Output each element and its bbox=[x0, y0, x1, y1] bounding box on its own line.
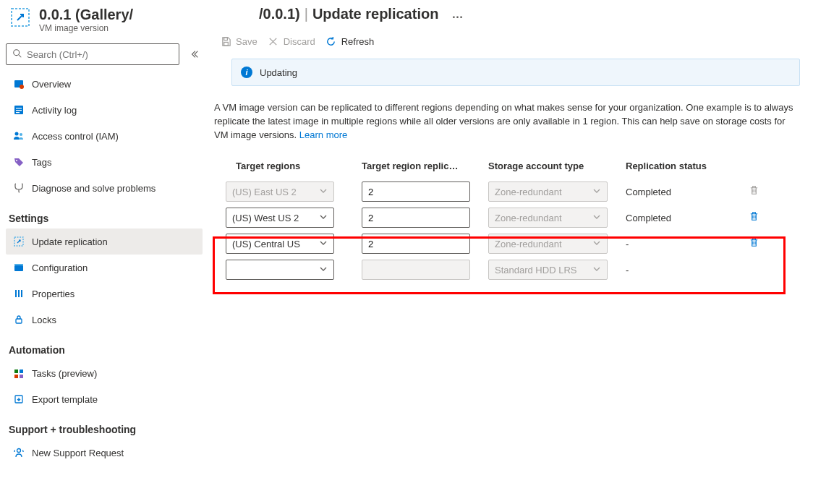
automation-section-title: Automation bbox=[6, 333, 203, 360]
region-select[interactable]: (US) Central US bbox=[226, 234, 334, 254]
nav-new-support-request[interactable]: New Support Request bbox=[6, 440, 203, 466]
nav-label: Overview bbox=[32, 79, 71, 90]
col-regions: Target regions bbox=[220, 155, 357, 179]
svg-rect-21 bbox=[14, 375, 18, 378]
activity-log-icon bbox=[13, 104, 25, 116]
discard-label: Discard bbox=[284, 36, 315, 47]
nav-label: Configuration bbox=[32, 262, 88, 273]
nav-tags[interactable]: Tags bbox=[6, 149, 203, 175]
col-status: Replication status bbox=[621, 155, 744, 179]
chevron-down-icon bbox=[319, 265, 328, 276]
tags-icon bbox=[13, 156, 25, 168]
delete-button[interactable] bbox=[749, 211, 759, 224]
nav-label: Activity log bbox=[32, 105, 77, 116]
nav-locks[interactable]: Locks bbox=[6, 307, 203, 333]
search-input[interactable] bbox=[27, 49, 173, 60]
storage-select[interactable]: Zone-redundant bbox=[488, 234, 608, 254]
notification-text: Updating bbox=[260, 67, 297, 78]
nav-export-template[interactable]: Export template bbox=[6, 386, 203, 412]
svg-point-24 bbox=[17, 449, 21, 453]
main-content: /0.0.1) | Update replication … Save Disc… bbox=[208, 0, 813, 504]
svg-rect-18 bbox=[16, 319, 22, 323]
discard-icon bbox=[268, 35, 279, 47]
search-icon bbox=[12, 48, 22, 61]
delete-button[interactable] bbox=[749, 237, 759, 250]
region-select[interactable]: (US) West US 2 bbox=[226, 208, 334, 228]
diagnose-icon bbox=[13, 182, 25, 194]
svg-rect-17 bbox=[21, 290, 22, 297]
svg-rect-19 bbox=[14, 370, 18, 373]
svg-rect-22 bbox=[20, 375, 23, 378]
col-actions bbox=[744, 155, 780, 179]
learn-more-link[interactable]: Learn more bbox=[299, 129, 347, 140]
chevron-down-icon bbox=[592, 187, 601, 197]
nav-overview[interactable]: Overview bbox=[6, 71, 203, 97]
storage-select[interactable]: Zone-redundant bbox=[488, 181, 608, 202]
resource-header: 0.0.1 (Gallery/ VM image version bbox=[6, 3, 203, 43]
vm-image-version-icon bbox=[9, 6, 32, 29]
properties-icon bbox=[13, 288, 25, 299]
more-actions-button[interactable]: … bbox=[443, 8, 464, 21]
configuration-icon bbox=[13, 262, 25, 273]
svg-point-10 bbox=[20, 133, 22, 136]
status-text: - bbox=[626, 265, 629, 276]
collapse-sidebar-button[interactable] bbox=[187, 46, 203, 62]
replicas-input[interactable] bbox=[362, 234, 470, 254]
storage-select[interactable]: Zone-redundant bbox=[488, 208, 608, 228]
svg-rect-16 bbox=[18, 290, 20, 297]
replicas-input bbox=[362, 260, 470, 280]
replicas-input[interactable] bbox=[362, 208, 470, 228]
chevron-down-icon bbox=[319, 213, 328, 223]
nav-activity-log[interactable]: Activity log bbox=[6, 97, 203, 123]
nav-properties[interactable]: Properties bbox=[6, 281, 203, 307]
status-text: Completed bbox=[626, 187, 671, 197]
breadcrumb-suffix: Update replication bbox=[312, 6, 438, 22]
toolbar: Save Discard Refresh bbox=[214, 35, 800, 59]
storage-select[interactable]: Standard HDD LRS bbox=[488, 260, 608, 280]
region-select[interactable] bbox=[226, 260, 334, 280]
nav-label: Export template bbox=[32, 394, 98, 405]
resource-subtitle: VM image version bbox=[39, 23, 133, 33]
status-text: Completed bbox=[626, 213, 671, 223]
nav-access-control[interactable]: Access control (IAM) bbox=[6, 123, 203, 149]
nav-update-replication[interactable]: Update replication bbox=[6, 228, 203, 255]
nav-label: Update replication bbox=[32, 236, 108, 247]
nav-tasks[interactable]: Tasks (preview) bbox=[6, 360, 203, 386]
support-section-title: Support + troubleshooting bbox=[6, 412, 203, 440]
refresh-label: Refresh bbox=[341, 36, 375, 47]
svg-rect-7 bbox=[16, 110, 22, 111]
refresh-button[interactable]: Refresh bbox=[325, 35, 375, 47]
access-control-icon bbox=[13, 130, 25, 142]
support-icon bbox=[13, 447, 25, 458]
page-title: /0.0.1) | Update replication … bbox=[214, 6, 800, 35]
export-template-icon bbox=[13, 393, 25, 405]
status-text: - bbox=[626, 239, 629, 249]
discard-button[interactable]: Discard bbox=[268, 35, 315, 47]
replication-table: Target regions Target region replic… Sto… bbox=[220, 155, 800, 283]
save-icon bbox=[220, 35, 231, 47]
chevron-down-icon bbox=[592, 239, 601, 249]
svg-rect-8 bbox=[16, 112, 20, 113]
chevron-down-icon bbox=[592, 213, 601, 223]
save-label: Save bbox=[236, 36, 257, 47]
info-icon: i bbox=[241, 67, 252, 78]
nav-label: Tasks (preview) bbox=[32, 368, 97, 379]
svg-point-9 bbox=[15, 132, 19, 136]
svg-rect-14 bbox=[14, 264, 23, 265]
settings-section-title: Settings bbox=[6, 201, 203, 228]
nav-label: Locks bbox=[32, 315, 56, 325]
nav-label: Tags bbox=[32, 157, 51, 168]
svg-point-1 bbox=[14, 49, 20, 55]
replicas-input[interactable] bbox=[362, 181, 470, 202]
description: A VM image version can be replicated to … bbox=[214, 101, 800, 155]
delete-button bbox=[749, 185, 759, 198]
nav-diagnose[interactable]: Diagnose and solve problems bbox=[6, 175, 203, 201]
update-replication-icon bbox=[13, 236, 25, 247]
svg-rect-20 bbox=[20, 370, 23, 373]
save-button[interactable]: Save bbox=[220, 35, 257, 47]
search-box[interactable] bbox=[6, 43, 179, 65]
svg-line-2 bbox=[19, 54, 22, 57]
updating-notification: i Updating bbox=[231, 59, 800, 86]
refresh-icon bbox=[325, 35, 337, 47]
nav-configuration[interactable]: Configuration bbox=[6, 255, 203, 281]
